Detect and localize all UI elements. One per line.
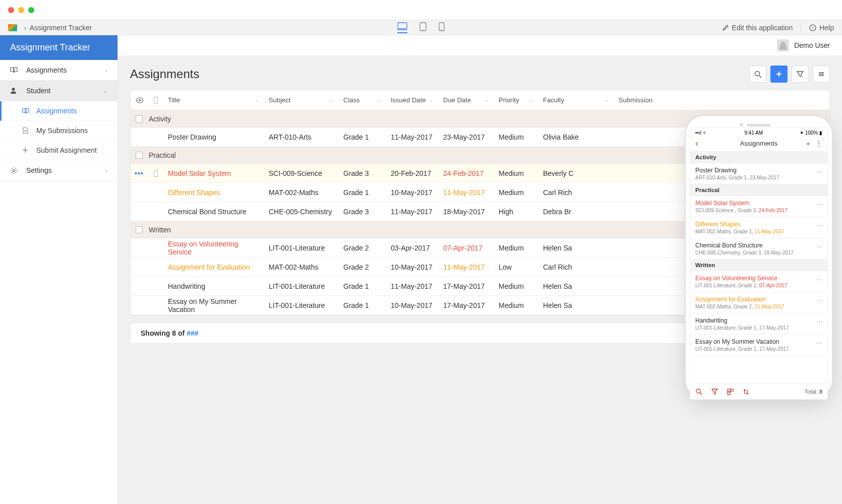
phone-list-item[interactable]: Essay on My Summer Vacation LIT-001-Lite… [690,335,827,356]
select-all-checkbox[interactable] [154,97,158,104]
phone-filter-icon[interactable] [711,389,718,395]
edit-application-link[interactable]: Edit this application [722,24,793,32]
phone-sort-icon[interactable] [743,389,749,395]
menu-button[interactable] [813,66,830,83]
cell-title: Essay on My Summer Vacation [163,297,264,313]
phone-list-item[interactable]: Poster Drawing ART-010-Arts, Grade 1, 23… [690,163,827,184]
svg-point-8 [12,88,15,91]
group-checkbox[interactable] [136,152,143,159]
phone-list-item[interactable]: Model Solar System SCI-009-Science , Gra… [690,196,827,217]
group-checkbox[interactable] [136,115,143,122]
col-due[interactable]: Due Date⌄ [438,96,494,104]
phone-item-title: Essay on Volunteering Service [695,275,822,282]
cell-subject: SCI-009-Science [264,169,338,177]
col-subject[interactable]: Subject⌄ [264,96,338,104]
group-checkbox[interactable] [136,226,143,233]
user-name[interactable]: Demo User [794,41,830,49]
cell-subject: LIT-001-Literature [264,244,338,252]
battery-status: ⁕ 100% ▮ [800,130,822,136]
gear-icon [10,167,19,174]
col-priority[interactable]: Priority⌄ [494,96,538,104]
cell-priority: Medium [494,244,538,252]
phone-item-title: Essay on My Summer Vacation [695,338,822,345]
sidebar-item-label: Student [26,87,50,95]
phone-title: Assignments [740,140,777,147]
desktop-device-icon[interactable] [397,22,407,33]
top-right-actions: Edit this application ? Help [722,23,834,32]
device-preview-toggle [397,22,445,33]
cell-due: 23-May-2017 [438,133,494,141]
maximize-window-button[interactable] [28,7,34,13]
cell-title: Poster Drawing [163,133,264,141]
phone-more-button[interactable]: ⋮ [815,140,822,148]
sort-icon: ⌄ [605,97,609,103]
sidebar-item-settings[interactable]: Settings › [0,160,117,181]
more-icon[interactable]: ⋯ [816,243,822,250]
back-button[interactable]: ‹ [695,138,698,149]
add-button[interactable] [770,66,788,83]
mobile-device-icon[interactable] [439,22,445,33]
col-issued[interactable]: Issued Date⌄ [386,96,438,104]
subnav-assignments[interactable]: Assignments [0,101,117,121]
subnav-label: Assignments [36,107,77,115]
more-icon[interactable]: ⋯ [816,276,822,283]
svg-point-14 [755,71,759,76]
more-icon[interactable]: ⋯ [816,340,822,347]
app-logo-icon[interactable] [8,24,17,31]
user-avatar-icon[interactable] [777,39,789,51]
cell-priority: High [494,208,538,216]
phone-item-title: Handwriting [695,317,822,324]
window-titlebar [0,0,842,20]
phone-list-item[interactable]: Different Shapes MAT-002-Maths, Grade 1,… [690,217,827,238]
footer-total-link[interactable]: ### [187,329,198,337]
more-icon[interactable]: ⋯ [816,297,822,304]
row-actions-icon[interactable]: ••• [135,169,144,177]
cell-class: Grade 1 [338,301,386,309]
traffic-lights [8,7,34,13]
phone-item-sub: LIT-001-Literature, Grade 1, 17-May-2017 [695,346,822,352]
more-icon[interactable]: ⋯ [816,319,822,326]
cell-class: Grade 3 [338,208,386,216]
more-icon[interactable]: ⋯ [816,222,822,229]
col-faculty[interactable]: Faculty⌄ [538,96,614,104]
phone-add-button[interactable]: + [806,140,810,148]
cell-subject: MAT-002-Maths [264,263,338,271]
tablet-device-icon[interactable] [419,22,427,33]
search-button[interactable] [749,66,766,83]
help-link[interactable]: ? Help [809,24,834,32]
cell-title: Model Solar System [163,169,264,177]
svg-point-13 [13,169,15,171]
phone-list-item[interactable]: Chemical Bond Structure CHE-005-Chemistr… [690,238,827,260]
subnav-my-submissions[interactable]: My Submissions [0,121,117,141]
phone-section-activity: Activity [690,152,827,163]
phone-group-icon[interactable] [727,389,734,395]
sidebar-item-label: Assignments [26,66,67,74]
more-icon[interactable]: ⋯ [816,168,822,175]
col-title[interactable]: Title⌄ [163,96,264,104]
close-window-button[interactable] [8,7,14,13]
filter-button[interactable] [792,66,809,83]
cell-faculty: Carl Rich [538,263,614,271]
subnav-submit-assignment[interactable]: Submit Assignment [0,141,117,160]
panel-actions [749,66,830,83]
cell-due: 17-May-2017 [438,301,494,309]
col-submission[interactable]: Submission [614,96,829,104]
cell-title: Chemical Bond Structure [163,208,264,216]
phone-item-sub: LIT-001-Literature, Grade 1, 17-May-2017 [695,325,822,331]
phone-search-icon[interactable] [695,388,702,395]
minimize-window-button[interactable] [18,7,24,13]
col-class[interactable]: Class⌄ [338,96,386,104]
page-title: Assignments [130,67,199,81]
row-checkbox[interactable] [154,170,158,177]
phone-list-item[interactable]: Essay on Volunteering Service LIT-001-Li… [690,271,827,292]
phone-list-item[interactable]: Assignment for Evaluation MAT-002-Maths,… [690,292,827,313]
eye-icon[interactable] [136,97,144,103]
breadcrumb-app[interactable]: Assignment Tracker [30,24,92,32]
sidebar-item-student[interactable]: Student ⌄ [0,81,117,101]
sidebar-item-assignments[interactable]: Assignments › [0,60,117,81]
svg-point-3 [423,29,424,30]
phone-list-item[interactable]: Handwriting LIT-001-Literature, Grade 1,… [690,313,827,335]
more-icon[interactable]: ⋯ [816,201,822,208]
cell-issued: 03-Apr-2017 [386,244,438,252]
group-label: Activity [149,115,171,123]
